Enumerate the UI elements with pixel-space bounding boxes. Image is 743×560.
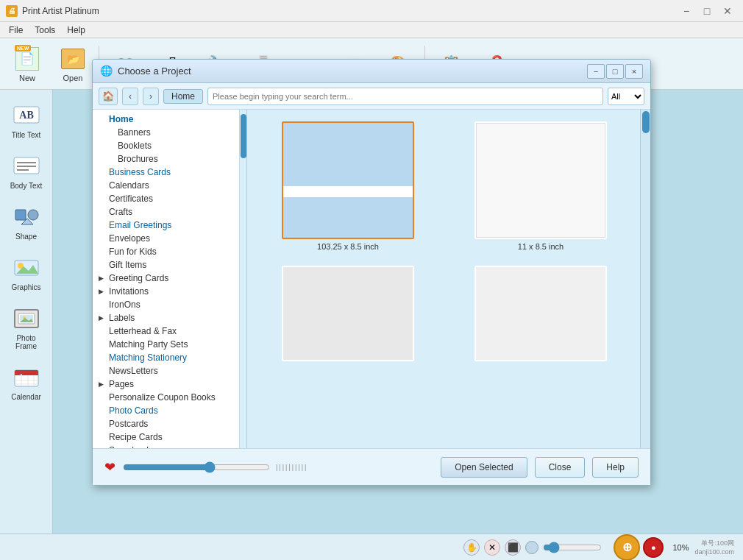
- tree-item-invitations[interactable]: ▶ Invitations: [93, 285, 239, 298]
- svg-rect-6: [15, 210, 26, 220]
- status-icons-group: ✋ ✕ ⬛: [463, 539, 602, 556]
- tree-item-letterhead[interactable]: Letterhead & Fax: [93, 325, 239, 338]
- template-label-1: 103.25 x 8.5 inch: [317, 242, 379, 251]
- dialog-close-btn[interactable]: ×: [625, 64, 643, 79]
- tree-arrow-invitations: ▶: [99, 288, 107, 295]
- breadcrumb-home[interactable]: Home: [163, 89, 203, 104]
- status-x-icon[interactable]: ✕: [484, 539, 500, 556]
- tree-scrollbar[interactable]: [240, 110, 247, 448]
- status-bar: ✋ ✕ ⬛ ⊕ ● 10% 单号:100网 danji100.com: [0, 534, 743, 560]
- tree-item-pages[interactable]: ▶ Pages: [93, 378, 239, 391]
- nav-forward-button[interactable]: ›: [143, 88, 159, 105]
- title-text-label: Title Text: [12, 131, 40, 139]
- tree-item-greeting-cards[interactable]: ▶ Greeting Cards: [93, 272, 239, 285]
- help-button[interactable]: Help: [592, 457, 639, 478]
- window-controls: − □ ✕: [677, 4, 737, 18]
- search-input[interactable]: [207, 88, 603, 105]
- tree-item-crafts[interactable]: Crafts: [93, 205, 239, 219]
- tree-item-newsletters[interactable]: NewsLetters: [93, 364, 239, 378]
- tree-item-gift-items[interactable]: Gift Items: [93, 258, 239, 272]
- sidebar-item-title-text[interactable]: AB Title Text: [3, 96, 50, 143]
- maximize-button[interactable]: □: [697, 4, 717, 18]
- template-card-3[interactable]: [259, 266, 437, 364]
- template-card-1[interactable]: 103.25 x 8.5 inch: [259, 121, 437, 251]
- tree-item-brochures[interactable]: Brochures: [93, 152, 239, 166]
- app-title: Print Artist Platinum: [22, 6, 677, 16]
- sidebar-item-calendar[interactable]: 1 Calendar: [3, 358, 50, 405]
- dialog-title-icon: 🌐: [100, 65, 113, 78]
- content-scroll-thumb: [642, 111, 650, 133]
- toolbar-open-button[interactable]: 📂 Open: [51, 42, 94, 86]
- content-scrollbar[interactable]: [640, 110, 650, 448]
- sidebar-item-shape[interactable]: Shape: [3, 197, 50, 245]
- tree-item-fun-for-kids[interactable]: Fun for Kids: [93, 245, 239, 258]
- tree-item-ironons[interactable]: IronOns: [93, 298, 239, 311]
- status-circle-icon[interactable]: [525, 541, 538, 554]
- template-preview-4[interactable]: [474, 266, 607, 361]
- dialog-maximize-btn[interactable]: □: [606, 64, 624, 79]
- photo-frame-icon: [12, 303, 41, 333]
- tree-item-booklets[interactable]: Booklets: [93, 139, 239, 152]
- menu-help[interactable]: Help: [61, 24, 91, 37]
- tree-item-banners[interactable]: Banners: [93, 126, 239, 139]
- body-text-icon: [12, 151, 41, 180]
- tree-item-matching-party-sets[interactable]: Matching Party Sets: [93, 338, 239, 351]
- zoom-slider-container: | | | | | | | | | |: [123, 461, 433, 473]
- template-inner-1: [283, 123, 413, 238]
- search-filter-dropdown[interactable]: All: [608, 88, 644, 105]
- dialog-title-text: Choose a Project: [118, 65, 587, 77]
- tree-item-postcards[interactable]: Postcards: [93, 417, 239, 430]
- menu-file[interactable]: File: [3, 24, 29, 37]
- template-card-4[interactable]: [452, 266, 630, 364]
- body-text-label: Body Text: [10, 182, 43, 190]
- tree-item-home[interactable]: Home: [93, 113, 239, 126]
- new-icon: NEW 📄: [14, 46, 40, 72]
- tree-item-recipe-cards[interactable]: Recipe Cards: [93, 430, 239, 444]
- tree-item-matching-stationery[interactable]: Matching Stationery: [93, 351, 239, 364]
- template-card-2[interactable]: 11 x 8.5 inch: [452, 121, 630, 251]
- zoom-slider[interactable]: [123, 461, 270, 473]
- toolbar-new-button[interactable]: NEW 📄 New: [6, 42, 49, 86]
- nav-home-button[interactable]: 🏠: [99, 88, 118, 105]
- close-button[interactable]: ✕: [718, 4, 737, 18]
- template-inner-4: [476, 267, 605, 360]
- template-preview-3[interactable]: [282, 266, 414, 361]
- calendar-label: Calendar: [11, 393, 41, 401]
- dialog-minimize-btn[interactable]: −: [587, 64, 605, 79]
- slider-ticks: | | | | | | | | | |: [276, 464, 306, 471]
- open-icon: 📂: [60, 46, 86, 72]
- template-label-2: 11 x 8.5 inch: [518, 242, 564, 251]
- tree-item-photo-cards[interactable]: Photo Cards: [93, 404, 239, 417]
- new-badge: NEW: [15, 45, 31, 52]
- template-preview-2[interactable]: [474, 121, 607, 239]
- tree-item-coupon-books[interactable]: Personalize Coupon Books: [93, 391, 239, 404]
- tree-panel[interactable]: Home Banners Booklets Brochures Business…: [93, 110, 240, 448]
- dialog-nav: 🏠 ‹ › Home All: [93, 83, 650, 110]
- close-dialog-button[interactable]: Close: [535, 457, 586, 478]
- main-zoom-slider[interactable]: [543, 542, 602, 553]
- status-screen-icon[interactable]: ⬛: [505, 539, 521, 556]
- tree-item-business-cards[interactable]: Business Cards: [93, 166, 239, 179]
- template-inner-3: [283, 267, 413, 360]
- tree-item-envelopes[interactable]: Envelopes: [93, 232, 239, 245]
- menu-bar: File Tools Help: [0, 22, 743, 38]
- minimize-button[interactable]: −: [677, 4, 696, 18]
- tree-arrow-labels: ▶: [99, 314, 107, 322]
- tree-item-labels[interactable]: ▶ Labels: [93, 311, 239, 325]
- open-label: Open: [63, 74, 83, 82]
- open-selected-button[interactable]: Open Selected: [441, 457, 527, 478]
- tree-item-certificates[interactable]: Certificates: [93, 192, 239, 205]
- nav-back-button[interactable]: ‹: [122, 88, 138, 105]
- template-preview-1[interactable]: [282, 121, 414, 239]
- status-hand-icon[interactable]: ✋: [463, 539, 480, 556]
- heart-icon[interactable]: ❤: [104, 459, 115, 475]
- sidebar-item-graphics[interactable]: Graphics: [3, 248, 50, 296]
- sidebar-item-photo-frame[interactable]: Photo Frame: [3, 299, 50, 355]
- app-icon: 🖨: [6, 5, 18, 17]
- tree-item-email-greetings[interactable]: Email Greetings: [93, 219, 239, 232]
- tree-item-calendars[interactable]: Calendars: [93, 179, 239, 192]
- sidebar-item-body-text[interactable]: Body Text: [3, 146, 50, 194]
- svg-text:AB: AB: [19, 110, 33, 121]
- menu-tools[interactable]: Tools: [29, 24, 61, 37]
- content-panel: 103.25 x 8.5 inch 11 x 8.5 inch: [247, 110, 650, 448]
